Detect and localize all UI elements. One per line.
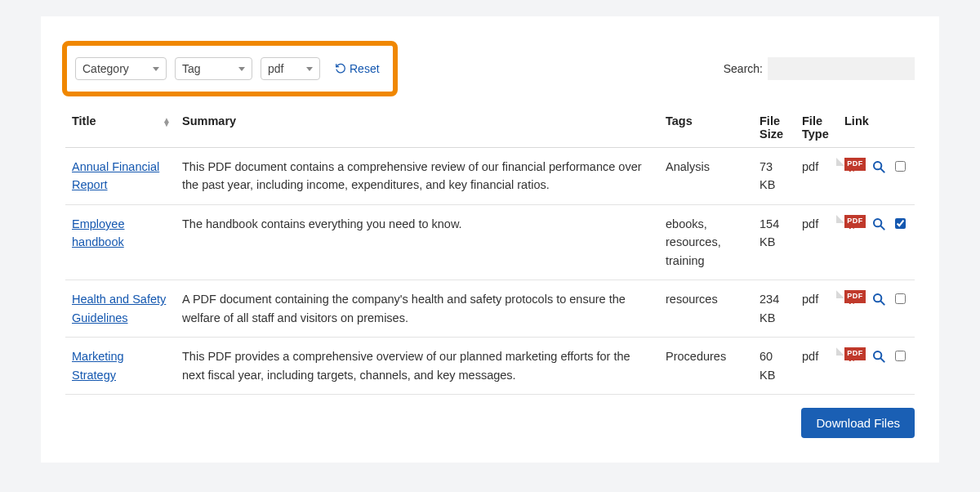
undo-icon xyxy=(335,63,346,74)
download-wrap: Download Files xyxy=(65,408,915,438)
pdf-icon[interactable]: λPDF xyxy=(844,347,866,360)
preview-search-icon[interactable] xyxy=(872,350,885,365)
preview-search-icon[interactable] xyxy=(872,217,885,233)
tags-cell: Analysis xyxy=(659,148,753,205)
size-cell: 154 KB xyxy=(753,204,795,280)
svg-line-7 xyxy=(881,359,884,362)
svg-point-0 xyxy=(874,162,881,169)
reset-label: Reset xyxy=(350,62,380,75)
size-cell: 234 KB xyxy=(753,280,795,338)
pdf-icon[interactable]: λPDF xyxy=(844,215,866,228)
svg-line-3 xyxy=(881,226,884,230)
title-link[interactable]: Employee handbook xyxy=(72,217,124,248)
title-link[interactable]: Marketing Strategy xyxy=(72,350,124,381)
pdf-icon[interactable]: λPDF xyxy=(844,290,866,303)
search-container: Search: xyxy=(724,57,915,80)
col-link-label: Link xyxy=(844,114,869,127)
col-summary[interactable]: Summary xyxy=(176,106,659,148)
preview-search-icon[interactable] xyxy=(872,160,885,176)
search-label: Search: xyxy=(724,62,763,75)
link-cell: λPDF xyxy=(844,158,908,176)
table-header-row: Title ▲▼ Summary Tags File Size File Typ… xyxy=(65,106,915,148)
table-row: Marketing StrategyThis PDF provides a co… xyxy=(65,338,915,395)
table-row: Employee handbookThe handbook contains e… xyxy=(65,204,915,280)
summary-cell: This PDF provides a comprehensive overvi… xyxy=(176,338,659,395)
svg-line-5 xyxy=(881,302,884,305)
type-cell: pdf xyxy=(795,148,838,205)
pdf-icon[interactable]: λPDF xyxy=(844,158,866,171)
link-cell: λPDF xyxy=(844,215,908,233)
summary-cell: The handbook contains everything you nee… xyxy=(176,204,659,280)
svg-line-1 xyxy=(881,169,884,172)
caret-down-icon xyxy=(306,67,313,71)
caret-down-icon xyxy=(153,67,159,71)
preview-search-icon[interactable] xyxy=(872,293,885,308)
download-button[interactable]: Download Files xyxy=(801,408,915,438)
svg-point-6 xyxy=(874,351,881,359)
link-cell: λPDF xyxy=(844,290,908,308)
size-cell: 60 KB xyxy=(753,338,795,395)
top-controls: Category Tag pdf Reset Search: xyxy=(65,41,915,96)
size-cell: 73 KB xyxy=(753,148,795,205)
row-checkbox[interactable] xyxy=(895,293,906,304)
type-cell: pdf xyxy=(795,338,838,395)
col-tags[interactable]: Tags xyxy=(659,106,753,148)
tags-cell: ebooks, resources, training xyxy=(659,204,753,280)
category-select[interactable]: Category xyxy=(75,57,167,80)
table-row: Health and Safety GuidelinesA PDF docume… xyxy=(65,280,915,338)
col-title-label: Title xyxy=(72,114,96,127)
col-type-label: File Type xyxy=(802,114,829,141)
table-row: Annual Financial ReportThis PDF document… xyxy=(65,148,915,205)
reset-button[interactable]: Reset xyxy=(335,62,380,75)
col-size-label: File Size xyxy=(760,114,783,141)
col-title[interactable]: Title ▲▼ xyxy=(65,106,176,148)
col-summary-label: Summary xyxy=(182,114,236,127)
filter-highlight-box: Category Tag pdf Reset xyxy=(62,41,398,96)
tags-cell: resources xyxy=(659,280,753,338)
col-size[interactable]: File Size xyxy=(753,106,795,148)
tag-select[interactable]: Tag xyxy=(175,57,252,80)
caret-down-icon xyxy=(238,67,245,71)
tag-select-label: Tag xyxy=(182,62,201,75)
summary-cell: A PDF document containing the company's … xyxy=(176,280,659,338)
filetype-select-value: pdf xyxy=(268,62,283,75)
search-input[interactable] xyxy=(768,57,915,80)
row-checkbox[interactable] xyxy=(895,218,906,229)
category-select-label: Category xyxy=(82,62,129,75)
type-cell: pdf xyxy=(795,204,838,280)
type-cell: pdf xyxy=(795,280,838,338)
summary-cell: This PDF document contains a comprehensi… xyxy=(176,148,659,205)
svg-point-2 xyxy=(874,219,881,226)
page-container: Category Tag pdf Reset Search: xyxy=(41,16,939,463)
link-cell: λPDF xyxy=(844,347,908,365)
tags-cell: Procedures xyxy=(659,338,753,395)
title-link[interactable]: Annual Financial Report xyxy=(72,160,159,191)
svg-point-4 xyxy=(874,294,881,302)
row-checkbox[interactable] xyxy=(895,351,906,361)
col-link[interactable]: Link xyxy=(838,106,915,148)
col-tags-label: Tags xyxy=(666,114,693,127)
title-link[interactable]: Health and Safety Guidelines xyxy=(72,293,166,324)
row-checkbox[interactable] xyxy=(895,161,906,172)
col-type[interactable]: File Type xyxy=(795,106,838,148)
sort-icon: ▲▼ xyxy=(163,118,171,126)
documents-table: Title ▲▼ Summary Tags File Size File Typ… xyxy=(65,106,915,395)
filetype-select[interactable]: pdf xyxy=(261,57,320,80)
